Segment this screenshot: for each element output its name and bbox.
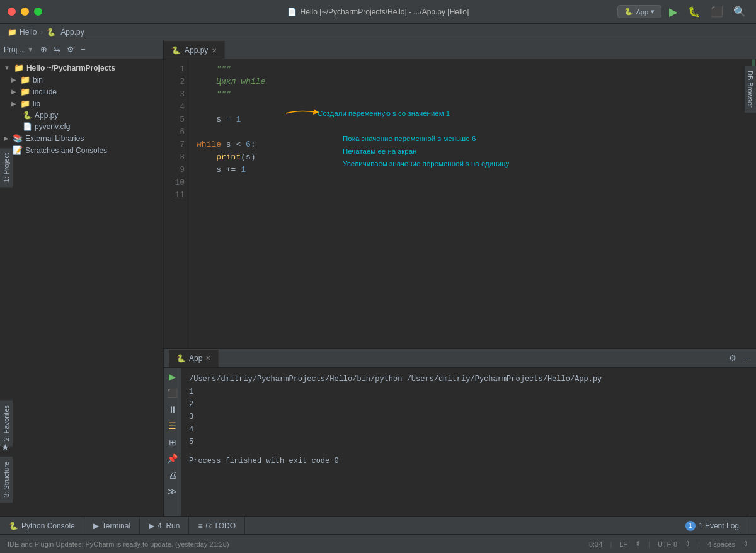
lf-display[interactable]: LF bbox=[619, 540, 627, 548]
status-bar: IDE and Plugin Updates: PyCharm is ready… bbox=[0, 534, 756, 553]
indent-display[interactable]: 4 spaces bbox=[707, 540, 735, 548]
run-tab-close[interactable]: ✕ bbox=[205, 355, 210, 362]
toolbar-right: 🐍 App ▾ ▶ 🐛 ⬛ 🔍 bbox=[617, 4, 748, 20]
stop-run-icon[interactable]: ⬛ bbox=[166, 387, 179, 399]
tree-item-include[interactable]: ▶ 📁 include bbox=[0, 86, 163, 98]
tab-run[interactable]: ▶ 4: Run bbox=[140, 517, 189, 535]
tree-item-bin[interactable]: ▶ 📁 bin bbox=[0, 74, 163, 86]
expand-icon[interactable]: ≫ bbox=[166, 485, 178, 498]
rerun-icon[interactable]: ▶ bbox=[168, 370, 177, 383]
folder-icon-lib: 📁 bbox=[20, 99, 30, 108]
folder-icon-include: 📁 bbox=[20, 87, 30, 96]
code-content[interactable]: """ Цикл while """ s = 1 while s < 6: pr… bbox=[190, 59, 751, 348]
todo-icon: ≡ bbox=[198, 522, 202, 530]
list-icon[interactable]: ☰ bbox=[167, 419, 178, 432]
main-layout: Proj... ▼ ⊕ ⇆ ⚙ − ▼ 📁 Hello ~/PycharmPro… bbox=[0, 40, 756, 534]
run-out-1: 1 bbox=[189, 385, 748, 398]
db-browser-tab[interactable]: DB Browser bbox=[744, 66, 756, 113]
tab-run-app[interactable]: 🐍 App ✕ bbox=[169, 350, 219, 367]
code-line-3: """ bbox=[197, 88, 745, 101]
breadcrumb-separator: › bbox=[40, 28, 43, 37]
settings-button[interactable]: ⚙ bbox=[65, 44, 76, 55]
run-settings-button[interactable]: ⚙ bbox=[727, 353, 738, 363]
tree-label-apppy: App.py bbox=[35, 111, 58, 120]
tree-item-extlibs[interactable]: ▶ 📚 External Libraries bbox=[0, 132, 163, 144]
maximize-button[interactable] bbox=[34, 8, 42, 16]
breadcrumb-hello[interactable]: Hello bbox=[20, 28, 37, 37]
tab-todo[interactable]: ≡ 6: TODO bbox=[189, 517, 245, 535]
tree-item-scratches[interactable]: ▶ 📝 Scratches and Consoles bbox=[0, 144, 163, 156]
tree-item-lib[interactable]: ▶ 📁 lib bbox=[0, 98, 163, 110]
collapse-all-button[interactable]: ⇆ bbox=[52, 44, 62, 55]
breadcrumb-file[interactable]: App.py bbox=[60, 28, 84, 37]
event-log-button[interactable]: 1 1 Event Log bbox=[677, 517, 748, 535]
tree-item-apppy[interactable]: 🐍 App.py bbox=[0, 110, 163, 121]
tree-label-bin: bin bbox=[33, 76, 43, 84]
code-line-9: s += 1 bbox=[197, 164, 745, 176]
run-tab-icon: 🐍 bbox=[176, 354, 186, 363]
arrow-icon-bin: ▶ bbox=[11, 76, 16, 83]
code-editor[interactable]: 1 2 3 4 5 6 7 8 9 10 11 """ Цикл while "… bbox=[164, 59, 756, 348]
run-config-button[interactable]: 🐍 App ▾ bbox=[617, 5, 662, 18]
pause-icon[interactable]: ⏸ bbox=[167, 403, 178, 416]
sync-button[interactable]: ⊕ bbox=[38, 44, 49, 55]
stop-button[interactable]: ⬛ bbox=[708, 4, 726, 19]
line-num-11: 11 bbox=[164, 189, 185, 202]
run-button[interactable]: ▶ bbox=[667, 4, 680, 20]
run-config-icon: 🐍 bbox=[624, 8, 633, 16]
encoding-display[interactable]: UTF-8 bbox=[658, 540, 677, 548]
run-out-5: 5 bbox=[189, 436, 748, 448]
run-icon-tab: ▶ bbox=[149, 522, 154, 530]
search-button[interactable]: 🔍 bbox=[731, 4, 748, 19]
arrow-icon-lib: ▶ bbox=[11, 100, 16, 107]
tree-item-hello[interactable]: ▼ 📁 Hello ~/PycharmProjects bbox=[0, 62, 163, 74]
line-numbers: 1 2 3 4 5 6 7 8 9 10 11 bbox=[164, 59, 190, 348]
tab-close-button[interactable]: ✕ bbox=[212, 47, 217, 54]
breadcrumb-folder-icon: 📁 bbox=[8, 28, 17, 37]
minimize-panel-button[interactable]: − bbox=[79, 44, 88, 55]
run-left-icons: ▶ ⬛ ⏸ ☰ ⊞ 📌 🖨 ≫ bbox=[164, 368, 181, 534]
run-tab-right: ⚙ − bbox=[727, 353, 751, 363]
sidebar-label-favorites[interactable]: 2: Favorites bbox=[0, 399, 13, 447]
status-right: 8:34 | LF ⇕ | UTF-8 ⇕ | 4 spaces ⇕ bbox=[589, 540, 748, 548]
indent-arrow: ⇕ bbox=[743, 540, 748, 548]
tree-label-extlibs: External Libraries bbox=[25, 134, 84, 143]
pin-icon[interactable]: 📌 bbox=[166, 452, 179, 465]
tree-icon[interactable]: ⊞ bbox=[168, 436, 178, 448]
favorites-star-icon[interactable]: ★ bbox=[1, 442, 9, 452]
line-col-display[interactable]: 8:34 bbox=[589, 540, 602, 548]
tab-icon: 🐍 bbox=[171, 46, 181, 55]
sep2: | bbox=[648, 540, 650, 548]
debug-button[interactable]: 🐛 bbox=[685, 4, 703, 19]
project-panel: Proj... ▼ ⊕ ⇆ ⚙ − ▼ 📁 Hello ~/PycharmPro… bbox=[0, 40, 164, 534]
minimize-button[interactable] bbox=[21, 8, 29, 16]
print-icon[interactable]: 🖨 bbox=[167, 469, 178, 481]
tab-terminal[interactable]: ▶ Terminal bbox=[84, 517, 140, 535]
run-tab-label: App bbox=[189, 354, 202, 363]
tree-label-scratches: Scratches and Consoles bbox=[25, 146, 107, 155]
tree-item-pyvenv[interactable]: 📄 pyvenv.cfg bbox=[0, 121, 163, 132]
tab-python-console[interactable]: 🐍 Python Console bbox=[0, 517, 84, 535]
terminal-label: Terminal bbox=[102, 522, 130, 530]
tab-apppy[interactable]: 🐍 App.py ✕ bbox=[164, 41, 225, 59]
line-num-2: 2 bbox=[164, 76, 185, 88]
sep3: | bbox=[698, 540, 700, 548]
run-exit-msg: Process finished with exit code 0 bbox=[189, 455, 748, 467]
arrow-icon-include: ▶ bbox=[11, 88, 16, 95]
run-minimize-button[interactable]: − bbox=[742, 353, 751, 363]
run-tabs: 🐍 App ✕ ⚙ − bbox=[164, 349, 756, 368]
chevron-down-icon: ▾ bbox=[651, 8, 655, 16]
project-tree: ▼ 📁 Hello ~/PycharmProjects ▶ 📁 bin ▶ 📁 … bbox=[0, 59, 163, 534]
title-bar: 📄 Hello [~/PycharmProjects/Hello] - .../… bbox=[0, 0, 756, 24]
line-num-9: 9 bbox=[164, 164, 185, 176]
project-toolbar: Proj... ▼ ⊕ ⇆ ⚙ − bbox=[0, 40, 163, 59]
python-console-label: Python Console bbox=[21, 522, 75, 530]
code-line-10 bbox=[197, 176, 745, 189]
sidebar-label-project[interactable]: 1: Project bbox=[0, 147, 13, 188]
close-button[interactable] bbox=[8, 8, 16, 16]
sidebar-label-structure[interactable]: 3: Structure bbox=[0, 456, 13, 503]
line-num-1: 1 bbox=[164, 63, 185, 76]
tree-label-include: include bbox=[33, 88, 57, 96]
line-num-7: 7 bbox=[164, 139, 185, 151]
run-content: ▶ ⬛ ⏸ ☰ ⊞ 📌 🖨 ≫ /Users/dmitriy/PycharmPr… bbox=[164, 368, 756, 534]
